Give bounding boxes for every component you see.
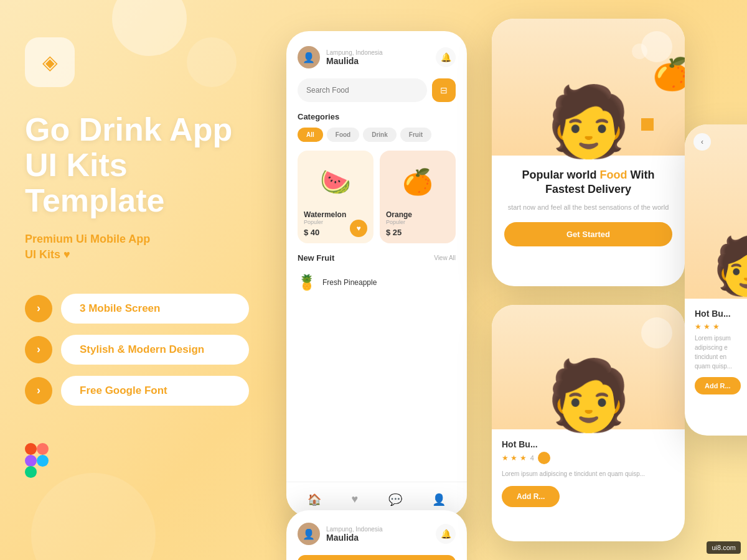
phone-mockup-main: 👤 Lampung, Indonesia Maulida 🔔 ⊟ Categor… — [286, 31, 467, 516]
chevron-right-icon: › — [25, 295, 52, 322]
orange-tag: Populer — [386, 219, 449, 225]
welcome-content: Popular world Food WithFastest Delivery … — [492, 156, 685, 259]
new-fruit-section-header: New Fruit View All — [298, 253, 456, 263]
phone-header: 👤 Lampung, Indonesia Maulida 🔔 — [298, 46, 456, 68]
figma-logo — [25, 443, 249, 478]
svg-rect-0 — [25, 443, 37, 455]
detail-hero-image: 🧑 — [492, 305, 685, 429]
subtitle: Premium Ui Mobile App UI Kits ♥ — [25, 231, 249, 263]
partial-person: 🧑 — [712, 233, 747, 299]
bottom-phone-search-bar[interactable] — [298, 555, 456, 560]
partial-right-screen: 🧑 ‹ Hot Bu... ★ ★ ★ Lorem ipsumadipiscin… — [685, 124, 747, 436]
user-info: Lampung, Indonesia Maulida — [326, 49, 383, 66]
orange-price: $ 25 — [386, 228, 449, 237]
chevron-right-icon-3: › — [25, 377, 52, 404]
star-rating: ★ ★ ★ — [502, 454, 527, 462]
user-name: Maulida — [326, 56, 383, 66]
svg-rect-1 — [37, 443, 49, 455]
notification-bell-icon[interactable]: 🔔 — [436, 47, 456, 67]
categories-title: Categories — [298, 112, 456, 121]
category-drink[interactable]: Drink — [363, 128, 397, 142]
detail-description: Lorem ipsum adipiscing e tincidunt en qu… — [502, 469, 675, 478]
bottom-user-name: Maulida — [326, 533, 383, 543]
chevron-right-icon-2: › — [25, 336, 52, 363]
left-section: ◈ Go Drink App UI Kits Template Premium … — [25, 37, 249, 478]
svg-rect-3 — [25, 466, 37, 478]
stylish-design-label: Stylish & Modern Design — [61, 335, 249, 365]
partial-screen-image: 🧑 — [685, 124, 747, 299]
partial-desc: Lorem ipsumadipiscing etincidunt enquam … — [695, 334, 747, 371]
welcome-title: Popular world Food WithFastest Delivery — [504, 168, 672, 197]
mobile-screen-label: 3 Mobile Screen — [61, 294, 249, 324]
detail-screen: 🧑 Hot Bu... ★ ★ ★ 4 Lorem ipsum adipisci… — [492, 305, 685, 541]
phone-user-info: 👤 Lampung, Indonesia Maulida — [298, 46, 383, 68]
logo-circle: ◈ — [25, 37, 75, 87]
rating-row: ★ ★ ★ 4 — [502, 452, 675, 464]
filter-button[interactable]: ⊟ — [432, 78, 456, 102]
pineapple-icon: 🍍 — [298, 274, 316, 291]
google-font-label: Free Google Font — [61, 376, 249, 406]
bottom-user-info: Lampung, Indonesia Maulida — [326, 526, 383, 543]
detail-person: 🧑 — [546, 361, 631, 429]
product-watermelon[interactable]: 🍉 Watermelon Populer $ 40 ♥ — [298, 151, 374, 243]
search-input[interactable] — [298, 78, 427, 102]
get-started-button[interactable]: Get Started — [504, 222, 672, 246]
bottom-notification-icon[interactable]: 🔔 — [436, 524, 456, 544]
svg-rect-2 — [25, 455, 37, 467]
pineapple-item[interactable]: 🍍 Fresh Pineapple — [298, 269, 456, 296]
google-font-feature[interactable]: › Free Google Font — [25, 376, 249, 406]
product-orange[interactable]: 🍊 Orange Populer $ 25 — [380, 151, 456, 243]
bottom-avatar: 👤 — [298, 523, 320, 545]
user-location: Lampung, Indonesia — [326, 49, 383, 56]
category-pills: All Food Drink Fruit — [298, 128, 456, 142]
welcome-person: 🧑 — [546, 87, 631, 156]
products-grid: 🍉 Watermelon Populer $ 40 ♥ 🍊 Orange Pop… — [298, 151, 456, 243]
pineapple-name: Fresh Pineapple — [322, 278, 377, 287]
orange-image: 🍊 — [386, 157, 449, 207]
watermelon-favorite-button[interactable]: ♥ — [350, 220, 367, 237]
phone-mockup-bottom: 👤 Lampung, Indonesia Maulida 🔔 — [286, 510, 467, 560]
welcome-highlight: Food — [600, 169, 627, 181]
chat-nav-icon[interactable]: 💬 — [388, 493, 402, 506]
watermelon-image: 🍉 — [304, 157, 367, 207]
watermelon-name: Watermelon — [304, 210, 367, 219]
bottom-phone-header: 👤 Lampung, Indonesia Maulida 🔔 — [298, 523, 456, 545]
partial-stars: ★ ★ ★ — [695, 322, 747, 331]
view-all-link[interactable]: View All — [434, 254, 456, 261]
detail-title: Hot Bu... — [502, 439, 675, 449]
partial-content: Hot Bu... ★ ★ ★ Lorem ipsumadipiscing et… — [685, 299, 747, 404]
home-nav-icon[interactable]: 🏠 — [308, 493, 321, 506]
orange-name: Orange — [386, 210, 449, 219]
watermark: ui8.com — [707, 541, 741, 554]
back-arrow-icon[interactable]: ‹ — [693, 133, 711, 151]
mobile-screen-feature[interactable]: › 3 Mobile Screen — [25, 294, 249, 324]
welcome-hero-image: 🧑 🍊 — [492, 19, 685, 156]
search-row: ⊟ — [298, 78, 456, 102]
rating-badge — [538, 452, 550, 464]
add-to-cart-button[interactable]: Add R... — [502, 486, 560, 507]
partial-title: Hot Bu... — [695, 309, 747, 319]
category-all[interactable]: All — [298, 128, 323, 142]
bottom-phone-user: 👤 Lampung, Indonesia Maulida — [298, 523, 383, 545]
detail-content: Hot Bu... ★ ★ ★ 4 Lorem ipsum adipiscing… — [492, 429, 685, 517]
avatar: 👤 — [298, 46, 320, 68]
profile-nav-icon[interactable]: 👤 — [432, 493, 446, 506]
main-title: Go Drink App UI Kits Template — [25, 112, 249, 219]
new-fruit-title: New Fruit — [298, 253, 334, 263]
category-fruit[interactable]: Fruit — [400, 128, 431, 142]
category-food[interactable]: Food — [327, 128, 359, 142]
welcome-desc: start now and feel all the best sensatio… — [504, 202, 672, 213]
orange-decoration: 🍊 — [652, 56, 685, 92]
rating-count: 4 — [530, 454, 534, 462]
bottom-user-location: Lampung, Indonesia — [326, 526, 383, 533]
favorites-nav-icon[interactable]: ♥ — [351, 493, 358, 506]
partial-add-button[interactable]: Add R... — [695, 377, 741, 394]
svg-point-4 — [37, 455, 49, 467]
logo-icon: ◈ — [42, 50, 58, 74]
welcome-screen: 🧑 🍊 Popular world Food WithFastest Deliv… — [492, 19, 685, 286]
stylish-design-feature[interactable]: › Stylish & Modern Design — [25, 335, 249, 365]
